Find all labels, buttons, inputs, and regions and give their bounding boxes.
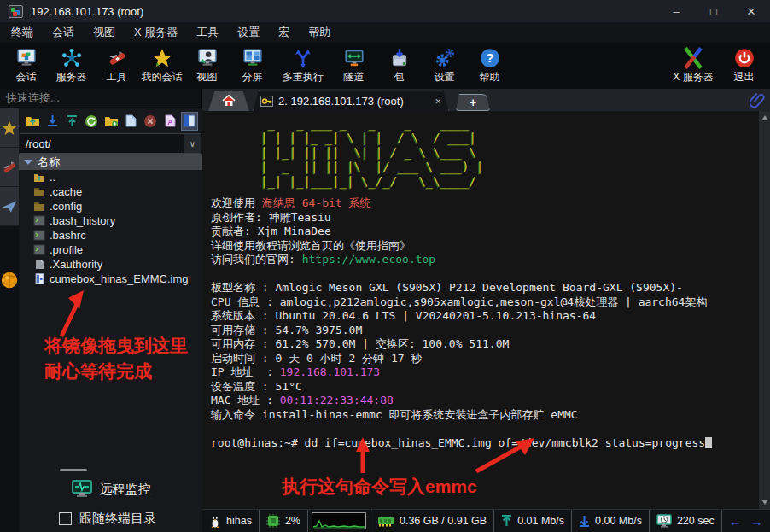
- menu-view[interactable]: 视图: [84, 22, 125, 43]
- exit-button[interactable]: 退出: [721, 44, 767, 87]
- xserver-button[interactable]: X 服务器: [665, 44, 721, 87]
- terminal-line: 详细使用教程请浏览首页的《使用指南》: [211, 239, 753, 254]
- menu-terminal[interactable]: 终端: [2, 22, 43, 43]
- upload-button[interactable]: [63, 112, 80, 131]
- file-name: .Xauthority: [50, 258, 102, 271]
- help-button[interactable]: ? 帮助: [467, 44, 512, 87]
- minimize-button[interactable]: –: [657, 0, 695, 22]
- menu-tools[interactable]: 工具: [187, 22, 228, 43]
- new-tab-button[interactable]: +: [456, 94, 490, 111]
- tunnel-button[interactable]: 隧道: [331, 44, 376, 87]
- uptime-monitor-icon: [656, 514, 672, 529]
- active-session-tab[interactable]: 2. 192.168.101.173 (root) ×: [253, 91, 449, 111]
- cpu-status: 2%: [260, 510, 308, 532]
- sidebar-bottom: 远程监控 跟随终端目录: [19, 459, 202, 532]
- path-dropdown-button[interactable]: ∨: [184, 133, 201, 154]
- folder-file-icon: [33, 186, 45, 197]
- scroll-up-icon[interactable]: [761, 115, 768, 120]
- rename-button[interactable]: A: [161, 112, 178, 131]
- terminal-line: 欢迎使用 海纳思 64-bit 系统: [211, 196, 753, 211]
- multi-exec-button[interactable]: 多重执行: [275, 44, 331, 87]
- title-bar: 192.168.101.173 (root) – □ ✕: [0, 0, 770, 22]
- quick-connect-input[interactable]: 快速连接...: [0, 89, 201, 108]
- divider: [60, 469, 87, 471]
- refresh-button[interactable]: [83, 112, 100, 131]
- split-button[interactable]: 分屏: [230, 44, 275, 87]
- menu-settings[interactable]: 设置: [228, 22, 269, 43]
- file-list-header[interactable]: 名称: [19, 154, 202, 170]
- package-icon: [388, 47, 411, 69]
- toggle-panel-button[interactable]: [181, 112, 198, 131]
- tunnel-icon: [343, 47, 365, 69]
- terminal-line: 原创作者: 神雕Teasiu: [211, 211, 753, 225]
- key-icon: [260, 96, 273, 107]
- menu-sessions[interactable]: 会话: [43, 22, 84, 43]
- follow-terminal-checkbox[interactable]: [59, 512, 72, 525]
- file-row[interactable]: .cache: [19, 184, 202, 199]
- view-button[interactable]: 视图: [184, 44, 230, 87]
- menu-xserver[interactable]: X 服务器: [125, 22, 187, 43]
- session-button[interactable]: 会话: [3, 44, 49, 87]
- terminal-line: 启动时间 : 0 天 0 小时 2 分钟 17 秒: [211, 352, 753, 366]
- tab-bar: 2. 192.168.101.173 (root) × +: [202, 89, 770, 111]
- file-row[interactable]: cumebox_hinas_EMMC.img: [19, 272, 202, 286]
- session-icon: [15, 47, 38, 69]
- star-icon: [151, 47, 173, 69]
- maximize-button[interactable]: □: [695, 0, 732, 22]
- file-row[interactable]: .profile: [19, 243, 202, 257]
- packages-button[interactable]: 包: [376, 44, 422, 87]
- delete-button[interactable]: [142, 112, 159, 131]
- path-input[interactable]: /root/: [20, 133, 184, 154]
- tab-nav: ← →: [722, 510, 770, 532]
- home-tab[interactable]: [208, 91, 249, 111]
- main-toolbar: 会话 服务器 工具 我的会话: [0, 43, 770, 89]
- active-tab-label: 2. 192.168.101.173 (root): [278, 95, 404, 108]
- file-name: .config: [50, 200, 82, 213]
- annotation-sidebar: 将镜像拖曳到这里 耐心等待完成: [44, 333, 188, 384]
- menu-help[interactable]: 帮助: [299, 22, 340, 43]
- tab-close-icon[interactable]: ×: [435, 95, 441, 108]
- follow-terminal-row: 跟随终端目录: [59, 511, 202, 527]
- macros-tab-button[interactable]: [0, 187, 19, 226]
- terminal-line: 板型名称 : Amlogic Meson GXL (S905X) P212 De…: [211, 281, 753, 295]
- ram-icon: [377, 516, 394, 527]
- star-icon: [1, 120, 18, 137]
- file-row[interactable]: .config: [19, 199, 202, 213]
- globe-icon[interactable]: [0, 271, 19, 289]
- sessions-tab-button[interactable]: [0, 108, 19, 148]
- servers-button[interactable]: 服务器: [49, 44, 94, 87]
- next-tab-arrow[interactable]: →: [750, 514, 763, 529]
- attach-icon[interactable]: [750, 91, 765, 112]
- new-folder-button[interactable]: [102, 112, 120, 131]
- tools-tab-button[interactable]: [0, 148, 19, 187]
- new-file-button[interactable]: [122, 112, 139, 131]
- memory-status: 0.36 GB / 0.91 GB: [370, 510, 494, 532]
- terminal-scrollbar[interactable]: [759, 111, 770, 509]
- sort-arrow-icon: [24, 160, 32, 165]
- file-name: ..: [50, 171, 55, 184]
- app-icon: [9, 5, 23, 18]
- cpu-graph: [308, 510, 370, 532]
- my-sessions-button[interactable]: 我的会话: [139, 44, 184, 87]
- file-row[interactable]: .bashrc: [19, 228, 202, 243]
- file-row[interactable]: ..: [19, 170, 202, 184]
- file-row[interactable]: .Xauthority: [19, 257, 202, 272]
- terminal-line: 可用存储 : 54.7% 3975.0M: [211, 324, 753, 338]
- help-icon: ?: [479, 47, 501, 69]
- scroll-down-icon[interactable]: [761, 500, 768, 505]
- remote-monitor-button[interactable]: 远程监控: [19, 480, 202, 499]
- annotation-terminal: 执行这句命令写入emmc: [282, 475, 477, 499]
- penguin-icon: [209, 514, 221, 529]
- status-bar: hinas 2%: [202, 509, 770, 532]
- file-name: .profile: [50, 243, 83, 256]
- prev-tab-arrow[interactable]: ←: [729, 514, 742, 529]
- download-button[interactable]: [44, 112, 61, 131]
- file-row[interactable]: .bash_history: [19, 213, 202, 228]
- img-file-icon: [33, 273, 45, 284]
- go-up-folder-button[interactable]: [24, 112, 41, 131]
- settings-button[interactable]: 设置: [422, 44, 467, 87]
- elapsed-status: 220 sec: [650, 510, 722, 532]
- tools-button[interactable]: 工具: [94, 44, 139, 87]
- menu-macros[interactable]: 宏: [269, 22, 299, 43]
- close-button[interactable]: ✕: [732, 0, 770, 22]
